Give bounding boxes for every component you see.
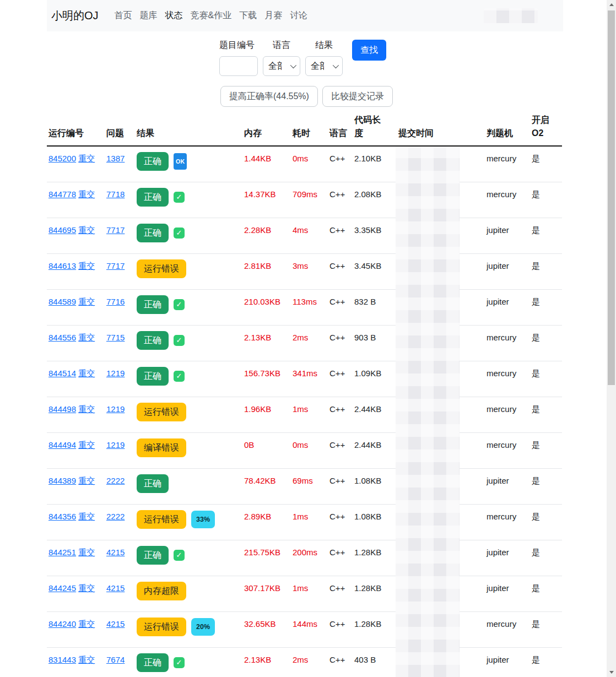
language-select[interactable]: 全部 [263, 56, 300, 76]
run-id-link[interactable]: 844494 [48, 440, 76, 449]
resubmit-link[interactable]: 重交 [78, 404, 95, 414]
problem-link[interactable]: 1219 [106, 369, 125, 378]
resubmit-link[interactable]: 重交 [78, 655, 95, 664]
compare-submissions-button[interactable]: 比较提交记录 [322, 86, 393, 107]
result-badge[interactable]: 正确 [137, 295, 169, 314]
problem-link[interactable]: 4215 [106, 548, 125, 557]
result-badge[interactable]: 正确 [137, 653, 169, 672]
run-id-link[interactable]: 844589 [48, 297, 76, 306]
resubmit-link[interactable]: 重交 [78, 619, 95, 629]
result-badge[interactable]: 编译错误 [137, 438, 186, 457]
scrollbar[interactable] [607, 0, 616, 677]
run-id-link[interactable]: 844251 [48, 548, 76, 557]
result-cell: 正确 ✓ [137, 546, 242, 565]
result-badge[interactable]: 正确 [137, 474, 169, 493]
resubmit-link[interactable]: 重交 [78, 440, 95, 449]
problem-link[interactable]: 2222 [106, 476, 125, 485]
result-label: 结果 [305, 40, 343, 51]
run-id-link[interactable]: 844556 [48, 333, 76, 342]
result-badge[interactable]: 运行错误 [137, 510, 186, 529]
resubmit-link[interactable]: 重交 [78, 189, 95, 199]
nav-item-problems[interactable]: 题库 [140, 10, 158, 21]
col-judger: 判题机 [485, 113, 530, 146]
problem-link[interactable]: 7715 [106, 333, 125, 342]
run-id-link[interactable]: 844356 [48, 512, 76, 521]
problem-link[interactable]: 7718 [106, 189, 125, 199]
problem-link[interactable]: 7717 [106, 225, 125, 235]
problem-link[interactable]: 7717 [106, 261, 125, 270]
result-badge[interactable]: 正确 [137, 331, 169, 350]
table-row: 844240 重交 4215 运行错误 20% 32.65KB 144ms C+… [47, 611, 562, 647]
result-badge[interactable]: 正确 [137, 152, 169, 171]
problem-link[interactable]: 7716 [106, 297, 125, 306]
judger-value: jupiter [485, 647, 530, 677]
scroll-up-button[interactable] [607, 0, 616, 9]
brand[interactable]: 小明的OJ [51, 8, 99, 23]
result-mark: ✓ [174, 335, 185, 346]
nav-item-contests[interactable]: 竞赛&作业 [191, 10, 232, 21]
problem-link[interactable]: 1219 [106, 440, 125, 449]
run-id-link[interactable]: 844245 [48, 583, 76, 593]
result-select[interactable]: 全部 [305, 56, 343, 76]
problem-link[interactable]: 4215 [106, 619, 125, 629]
result-cell: 正确 OK [137, 152, 242, 171]
result-badge[interactable]: 运行错误 [137, 403, 186, 421]
memory-value: 307.17KB [242, 576, 291, 611]
run-id-link[interactable]: 831443 [48, 655, 76, 664]
resubmit-link[interactable]: 重交 [78, 583, 95, 593]
run-id-link[interactable]: 844514 [48, 369, 76, 378]
result-badge[interactable]: 正确 [137, 367, 169, 386]
run-id-link[interactable]: 844778 [48, 189, 76, 199]
run-id-link[interactable]: 844613 [48, 261, 76, 270]
result-badge[interactable]: 正确 [137, 224, 169, 242]
judger-value: mercury [485, 182, 530, 218]
result-badge[interactable]: 正确 [137, 188, 169, 207]
resubmit-link[interactable]: 重交 [78, 297, 95, 306]
problem-link[interactable]: 2222 [106, 512, 125, 521]
resubmit-link[interactable]: 重交 [78, 225, 95, 235]
problem-link[interactable]: 1387 [106, 154, 125, 163]
code-length-value: 3.35KB [353, 218, 397, 253]
col-submit-time: 提交时间 [397, 113, 485, 146]
run-id-link[interactable]: 845200 [48, 154, 76, 163]
nav-item-status[interactable]: 状态 [165, 10, 183, 21]
result-badge[interactable]: 内存超限 [137, 582, 186, 600]
judger-value: jupiter [485, 253, 530, 289]
run-id-link[interactable]: 844695 [48, 225, 76, 235]
memory-value: 215.75KB [242, 540, 291, 576]
code-length-value: 2.10KB [353, 146, 397, 182]
result-badge[interactable]: 运行错误 [137, 259, 186, 278]
problem-link[interactable]: 4215 [106, 583, 125, 593]
result-badge[interactable]: 运行错误 [137, 618, 186, 636]
language-value: C++ [328, 504, 353, 540]
scroll-down-button[interactable] [607, 668, 616, 677]
result-cell: 正确 ✓ [137, 188, 242, 207]
o2-value: 是 [530, 218, 562, 253]
resubmit-link[interactable]: 重交 [78, 154, 95, 163]
search-button[interactable]: 查找 [352, 40, 386, 61]
resubmit-link[interactable]: 重交 [78, 333, 95, 342]
run-id-link[interactable]: 844240 [48, 619, 76, 629]
nav-item-discuss[interactable]: 讨论 [290, 10, 307, 21]
code-length-value: 1.08KB [353, 504, 397, 540]
submissions-table-wrap: 运行编号 问题 结果 内存 耗时 语言 代码长度 提交时间 判题机 开启O2 8… [47, 113, 563, 677]
nav-item-monthly[interactable]: 月赛 [264, 10, 282, 21]
problem-id-input[interactable] [219, 56, 258, 76]
nav-item-home[interactable]: 首页 [115, 10, 132, 21]
result-badge[interactable]: 正确 [137, 546, 169, 565]
improve-accuracy-button[interactable]: 提高正确率(44.55%) [220, 86, 318, 107]
problem-link[interactable]: 1219 [106, 404, 125, 414]
nav-item-download[interactable]: 下载 [239, 10, 257, 21]
result-cell: 运行错误 33% [137, 510, 242, 529]
resubmit-link[interactable]: 重交 [78, 369, 95, 378]
problem-id-label: 题目编号 [219, 40, 258, 51]
resubmit-link[interactable]: 重交 [78, 548, 95, 557]
scroll-thumb[interactable] [608, 10, 615, 385]
resubmit-link[interactable]: 重交 [78, 476, 95, 485]
run-id-link[interactable]: 844498 [48, 404, 76, 414]
run-id-link[interactable]: 844389 [48, 476, 76, 485]
resubmit-link[interactable]: 重交 [78, 261, 95, 270]
problem-link[interactable]: 7674 [106, 655, 125, 664]
triangle-up-icon [609, 3, 614, 6]
resubmit-link[interactable]: 重交 [78, 512, 95, 521]
